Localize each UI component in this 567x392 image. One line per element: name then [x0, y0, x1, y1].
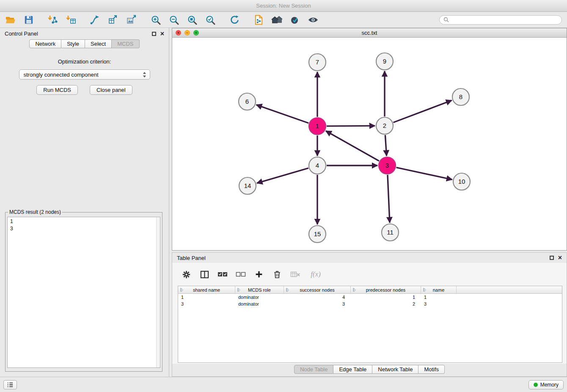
table-panel-tabs: Node TableEdge TableNetwork TableMotifs: [172, 365, 567, 374]
column-header-mcds-role[interactable]: MCDS role: [235, 286, 284, 293]
eye-icon[interactable]: [306, 14, 320, 26]
close-window-button[interactable]: ×: [176, 30, 181, 36]
graph-node-8[interactable]: 8: [452, 88, 469, 105]
edge-1-6[interactable]: [256, 105, 309, 123]
cell-mcds-role[interactable]: dominator: [235, 301, 284, 307]
result-line: 3: [10, 225, 154, 232]
tab-select[interactable]: Select: [85, 39, 112, 48]
delete-row-icon[interactable]: [272, 269, 283, 280]
table-settings-icon[interactable]: [181, 269, 192, 280]
import-group: [46, 14, 82, 26]
table-tab-network-table[interactable]: Network Table: [372, 365, 418, 374]
deselect-all-rows-icon[interactable]: [235, 269, 246, 280]
open-session-icon[interactable]: [3, 14, 18, 26]
close-panel-button[interactable]: Close panel: [90, 85, 132, 95]
cell-shared-name[interactable]: 1: [178, 294, 235, 301]
close-panel-icon[interactable]: ×: [160, 30, 164, 37]
graph-node-15[interactable]: 15: [309, 226, 326, 243]
graph-node-9[interactable]: 9: [376, 53, 393, 70]
graph-node-3[interactable]: 3: [379, 157, 396, 174]
table-row-1[interactable]: 1dominator411: [178, 294, 562, 301]
add-column-icon[interactable]: [253, 269, 264, 280]
cell-shared-name[interactable]: 3: [178, 301, 235, 307]
show-columns-icon[interactable]: [199, 269, 210, 280]
search-input[interactable]: [451, 17, 558, 23]
close-table-panel-icon[interactable]: ×: [558, 254, 562, 261]
cell-successor-nodes[interactable]: 4: [284, 294, 351, 301]
graph-node-14[interactable]: 14: [239, 177, 256, 194]
edge-1-2[interactable]: [327, 126, 375, 126]
table-row-2[interactable]: 3dominator323: [178, 301, 562, 307]
edge-4-14[interactable]: [257, 168, 308, 183]
zoom-group: [149, 14, 221, 26]
float-table-panel-icon[interactable]: [550, 256, 554, 260]
cell-name[interactable]: 3: [421, 301, 457, 307]
export-network-icon[interactable]: [88, 14, 102, 26]
graph-node-6[interactable]: 6: [239, 93, 256, 110]
import-table-icon[interactable]: [64, 14, 78, 26]
column-header-predecessor-nodes[interactable]: predecessor nodes: [351, 286, 421, 293]
column-header-shared-name[interactable]: shared name: [178, 286, 235, 293]
control-panel-tabs: NetworkStyleSelectMCDS: [0, 39, 169, 48]
run-mcds-button[interactable]: Run MCDS: [36, 85, 78, 95]
table-tab-node-table[interactable]: Node Table: [294, 365, 334, 374]
mcds-buttons: Run MCDS Close panel: [0, 85, 169, 95]
apply-style-icon[interactable]: [288, 14, 302, 26]
network-file-icon[interactable]: [251, 14, 266, 26]
edge-3-10[interactable]: [396, 168, 452, 180]
zoom-out-icon[interactable]: [167, 14, 181, 26]
zoom-fit-icon[interactable]: [185, 14, 199, 26]
criterion-value: strongly connected component: [24, 72, 99, 78]
graph-node-2[interactable]: 2: [376, 117, 393, 134]
export-image-icon[interactable]: [124, 14, 139, 26]
file-group: [3, 14, 40, 26]
edge-2-3[interactable]: [385, 135, 386, 156]
maximize-window-button[interactable]: +: [193, 30, 199, 36]
criterion-dropdown[interactable]: strongly connected component: [19, 69, 150, 80]
graph-node-4[interactable]: 4: [309, 157, 326, 174]
cell-successor-nodes[interactable]: 3: [284, 301, 351, 307]
column-header-name[interactable]: name: [421, 286, 457, 293]
graph-node-1[interactable]: 1: [309, 118, 326, 135]
minimize-window-button[interactable]: −: [184, 30, 190, 36]
edge-3-1[interactable]: [326, 131, 379, 161]
result-scrollbar[interactable]: [156, 217, 160, 367]
zoom-in-icon[interactable]: [149, 14, 163, 26]
table-tab-edge-table[interactable]: Edge Table: [333, 365, 372, 374]
column-header-successor-nodes[interactable]: successor nodes: [284, 286, 351, 293]
edge-3-11[interactable]: [388, 175, 390, 223]
cell-mcds-role[interactable]: dominator: [235, 294, 284, 301]
cell-predecessor-nodes[interactable]: 1: [351, 294, 421, 301]
select-all-rows-icon[interactable]: [217, 269, 228, 280]
memory-button[interactable]: Memory: [528, 380, 564, 389]
delete-column-icon[interactable]: [290, 269, 301, 280]
window-title: Session: New Session: [256, 3, 311, 9]
window-titlebar: Session: New Session: [0, 0, 567, 12]
table-tab-motifs[interactable]: Motifs: [418, 365, 445, 374]
network-canvas[interactable]: 7968124314101511: [172, 38, 567, 250]
home-icon[interactable]: [270, 14, 284, 26]
float-panel-icon[interactable]: [152, 32, 156, 36]
result-line: 1: [10, 218, 154, 225]
graph-node-7[interactable]: 7: [309, 54, 326, 71]
mcds-result-text[interactable]: 13: [7, 217, 160, 368]
edge-2-8[interactable]: [394, 100, 452, 122]
cell-name[interactable]: 1: [421, 294, 457, 301]
import-network-icon[interactable]: [46, 14, 60, 26]
svg-text:10: 10: [458, 178, 465, 185]
zoom-selected-icon[interactable]: [203, 14, 217, 26]
graph-node-10[interactable]: 10: [453, 173, 470, 190]
tab-network[interactable]: Network: [29, 39, 61, 48]
table-toolbar: f(x): [172, 263, 567, 286]
tab-mcds[interactable]: MCDS: [112, 39, 139, 48]
export-table-icon[interactable]: [106, 14, 121, 26]
task-history-button[interactable]: [3, 380, 17, 389]
save-session-icon[interactable]: [22, 14, 36, 26]
function-builder-icon[interactable]: f(x): [308, 269, 323, 280]
graph-node-11[interactable]: 11: [382, 224, 399, 241]
network-window-title: scc.txt: [362, 30, 377, 36]
apply-layout-icon[interactable]: [227, 14, 242, 26]
cell-predecessor-nodes[interactable]: 2: [351, 301, 421, 307]
tab-style[interactable]: Style: [61, 39, 85, 48]
column-label: successor nodes: [300, 287, 335, 293]
